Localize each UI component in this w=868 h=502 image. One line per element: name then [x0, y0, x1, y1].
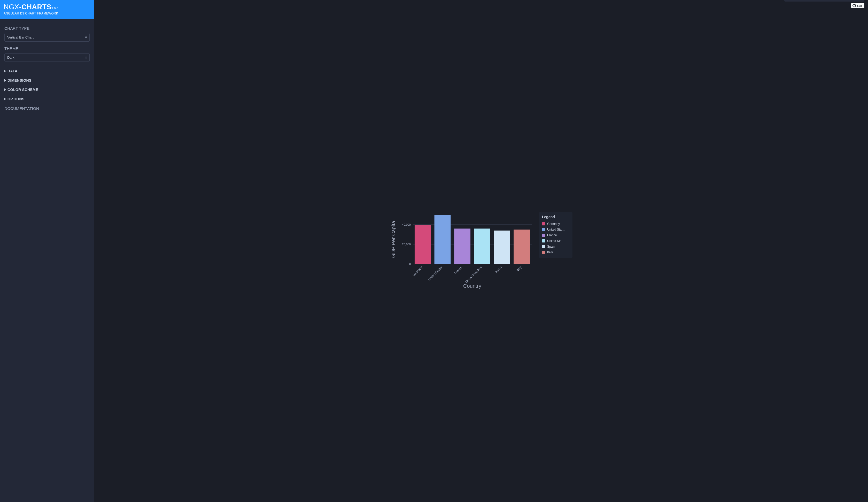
legend-item[interactable]: United Sta… — [542, 227, 569, 232]
x-tick-label: United States — [427, 265, 443, 281]
theme-label: THEME — [4, 46, 90, 51]
chart-type-select-wrap: Vertical Bar Chart — [4, 33, 90, 42]
caret-right-icon — [4, 98, 6, 100]
accordion-dimensions[interactable]: DIMENSIONS — [4, 76, 90, 85]
x-tick-label: Germany — [412, 265, 423, 277]
legend-label: France — [547, 233, 557, 237]
legend: Legend GermanyUnited Sta…FranceUnited Ki… — [539, 212, 572, 258]
legend-label: United Kin… — [547, 239, 565, 243]
accordion-color-scheme[interactable]: COLOR SCHEME — [4, 85, 90, 94]
accordion-label: DATA — [8, 69, 17, 73]
brand-subtitle: ANGULAR D3 CHART FRAMEWORK — [3, 12, 90, 15]
bar[interactable] — [454, 229, 471, 264]
y-tick-label: 20,000 — [402, 243, 411, 246]
bar[interactable] — [474, 229, 490, 264]
brand-version: 9.0.0 — [51, 7, 59, 10]
legend-item[interactable]: Germany — [542, 221, 569, 227]
legend-title: Legend — [542, 215, 569, 219]
brand-title: NGX-CHARTS9.0.0 — [3, 3, 90, 11]
y-tick-label: 0 — [409, 262, 411, 265]
x-axis-title: Country — [463, 283, 481, 289]
chart-type-select[interactable]: Vertical Bar Chart — [4, 33, 90, 42]
accordion-data[interactable]: DATA — [4, 67, 90, 76]
legend-label: Spain — [547, 245, 555, 249]
legend-item[interactable]: Italy — [542, 250, 569, 255]
bar[interactable] — [514, 230, 530, 264]
sidebar: NGX-CHARTS9.0.0 ANGULAR D3 CHART FRAMEWO… — [0, 0, 94, 502]
chart-zone: 020,00040,000GermanyUnited StatesFranceU… — [94, 0, 868, 502]
legend-item[interactable]: Spain — [542, 244, 569, 250]
caret-right-icon — [4, 79, 6, 82]
accordion-label: DIMENSIONS — [8, 78, 32, 82]
legend-swatch — [542, 234, 545, 237]
app-root: NGX-CHARTS9.0.0 ANGULAR D3 CHART FRAMEWO… — [0, 0, 868, 502]
legend-swatch — [542, 245, 545, 248]
bar-chart: 020,00040,000GermanyUnited StatesFranceU… — [390, 212, 534, 290]
y-axis-title: GDP Per Capita — [391, 221, 396, 258]
bar[interactable] — [435, 215, 451, 264]
brand-name: CHARTS — [22, 3, 52, 11]
legend-label: Italy — [547, 251, 553, 254]
theme-select-wrap: Dark — [4, 53, 90, 62]
accordion-label: COLOR SCHEME — [8, 88, 38, 92]
caret-right-icon — [4, 88, 6, 91]
x-tick-label: Italy — [516, 265, 522, 272]
main: Star 020,00040,000GermanyUnited StatesFr… — [94, 0, 868, 502]
brand-header: NGX-CHARTS9.0.0 ANGULAR D3 CHART FRAMEWO… — [0, 0, 94, 19]
bar[interactable] — [415, 225, 431, 264]
legend-label: United Sta… — [547, 228, 565, 231]
chart-svg-box: 020,00040,000GermanyUnited StatesFranceU… — [390, 212, 534, 290]
legend-item[interactable]: United Kin… — [542, 238, 569, 244]
y-tick-label: 40,000 — [402, 223, 411, 226]
documentation-link[interactable]: DOCUMENTATION — [4, 104, 90, 113]
accordion-label: OPTIONS — [8, 97, 24, 101]
legend-label: Germany — [547, 222, 560, 226]
theme-select[interactable]: Dark — [4, 53, 90, 62]
x-tick-label: France — [453, 265, 463, 275]
chart-wrap: 020,00040,000GermanyUnited StatesFranceU… — [390, 212, 572, 290]
bar[interactable] — [494, 231, 510, 264]
legend-swatch — [542, 251, 545, 254]
sidebar-body: CHART TYPE Vertical Bar Chart THEME Dark… — [0, 19, 94, 113]
legend-item[interactable]: France — [542, 232, 569, 238]
x-tick-label: Spain — [495, 265, 503, 274]
caret-right-icon — [4, 70, 6, 72]
legend-swatch — [542, 222, 545, 225]
accordion-options[interactable]: OPTIONS — [4, 94, 90, 104]
x-tick-label: United Kingdom — [464, 265, 483, 283]
brand-prefix: NGX- — [3, 3, 22, 11]
legend-swatch — [542, 228, 545, 231]
chart-type-label: CHART TYPE — [4, 26, 90, 30]
legend-items: GermanyUnited Sta…FranceUnited Kin…Spain… — [542, 221, 569, 255]
legend-swatch — [542, 239, 545, 242]
